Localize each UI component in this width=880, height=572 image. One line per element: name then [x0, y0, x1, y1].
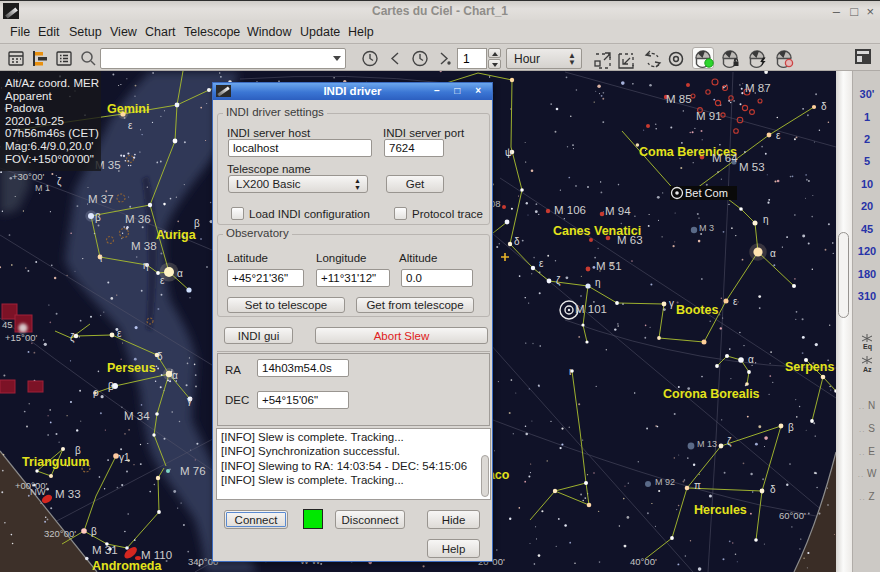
svg-text:M 94: M 94: [605, 205, 631, 217]
svg-text:Eq: Eq: [863, 343, 872, 351]
svg-text:ζ: ζ: [70, 332, 75, 344]
svg-text:M 51: M 51: [596, 260, 622, 272]
svg-text:M 13: M 13: [697, 439, 717, 449]
svg-text:β: β: [108, 381, 114, 392]
svg-text:Serpens: Serpens: [785, 360, 834, 374]
svg-text:δ: δ: [514, 236, 520, 247]
svg-text:Corona Borealis: Corona Borealis: [663, 387, 760, 401]
svg-text:α: α: [748, 354, 754, 365]
svg-text:γ1: γ1: [119, 452, 130, 463]
svg-text:ε: ε: [117, 328, 122, 339]
svg-text:β: β: [788, 422, 794, 433]
svg-text:M 91: M 91: [696, 110, 722, 122]
svg-text:Az: Az: [863, 366, 872, 373]
svg-text:M 53: M 53: [739, 161, 765, 173]
svg-text:M 76: M 76: [180, 465, 206, 477]
svg-text:α: α: [177, 268, 183, 279]
svg-text:β: β: [194, 218, 200, 229]
svg-text:Perseus: Perseus: [107, 361, 156, 375]
svg-text:η: η: [763, 214, 769, 225]
svg-text:M 36: M 36: [125, 213, 151, 225]
svg-text:α: α: [172, 370, 178, 381]
svg-text:ι: ι: [100, 253, 102, 264]
svg-text:M 31: M 31: [92, 544, 118, 556]
svg-text:Mag:6.4/9.0,20.0': Mag:6.4/9.0,20.0': [5, 140, 94, 152]
svg-text:Gemini: Gemini: [107, 102, 149, 116]
svg-text:M 87: M 87: [745, 82, 771, 94]
svg-text:Hercules: Hercules: [694, 503, 747, 517]
svg-text:β: β: [91, 526, 97, 537]
svg-text:+15°00': +15°00': [5, 332, 37, 343]
svg-text:M 106: M 106: [554, 204, 586, 216]
svg-text:ρ: ρ: [93, 387, 99, 398]
svg-text:M 101: M 101: [575, 303, 607, 315]
svg-text:ε: ε: [160, 275, 165, 286]
svg-text:Padova: Padova: [5, 102, 45, 114]
svg-text:M 1: M 1: [35, 183, 50, 193]
svg-text:η: η: [595, 277, 601, 288]
svg-text:Auriga: Auriga: [156, 228, 197, 242]
svg-text:07h56m46s (CET): 07h56m46s (CET): [5, 127, 99, 139]
svg-text:γ: γ: [187, 395, 192, 406]
svg-text:Apparent: Apparent: [5, 90, 52, 102]
svg-text:M 33: M 33: [55, 488, 81, 500]
svg-text:ψ: ψ: [505, 147, 512, 158]
svg-text:γ: γ: [669, 298, 674, 309]
svg-text:60°00': 60°00': [779, 510, 806, 521]
svg-text:ζ: ζ: [556, 275, 561, 287]
svg-text:ε: ε: [733, 296, 738, 307]
svg-text:β: β: [95, 212, 101, 223]
svg-text:FOV:+150°00'00": FOV:+150°00'00": [5, 153, 94, 165]
svg-text:δ: δ: [770, 484, 776, 495]
svg-text:320°00': 320°00': [44, 528, 76, 539]
svg-text:2020-10-25: 2020-10-25: [5, 115, 64, 127]
svg-text:M 85: M 85: [666, 93, 692, 105]
svg-text:η: η: [143, 260, 149, 271]
svg-text:ι: ι: [569, 366, 571, 377]
svg-text:ζ: ζ: [727, 436, 732, 448]
svg-text:π: π: [694, 480, 701, 491]
svg-text:M 64: M 64: [712, 152, 738, 164]
svg-text:+30°00': +30°00': [12, 171, 44, 182]
svg-text:M 63: M 63: [617, 234, 643, 246]
svg-text:Bet Com: Bet Com: [685, 187, 728, 199]
svg-text:ε: ε: [128, 120, 133, 131]
svg-text:M 38: M 38: [131, 240, 157, 252]
svg-text:Bootes: Bootes: [676, 303, 718, 317]
svg-text:M 34: M 34: [124, 410, 150, 422]
svg-text:M 110: M 110: [141, 549, 172, 561]
svg-text:α: α: [770, 248, 776, 259]
svg-text:ε: ε: [539, 258, 544, 269]
svg-text:40°00': 40°00': [630, 556, 657, 567]
svg-text:45: 45: [2, 319, 13, 330]
svg-text:Triangulum: Triangulum: [22, 455, 89, 469]
svg-text:δ: δ: [821, 101, 827, 112]
svg-text:ζ: ζ: [57, 176, 62, 188]
svg-text:δ: δ: [157, 351, 163, 362]
svg-text:M 3: M 3: [699, 223, 714, 233]
svg-text:Alt/Az coord. MER: Alt/Az coord. MER: [5, 77, 99, 89]
svg-text:M 92: M 92: [655, 477, 675, 487]
svg-text:β: β: [75, 445, 81, 456]
svg-text:M 37: M 37: [88, 193, 114, 205]
svg-text:ε: ε: [776, 130, 781, 141]
svg-text:NW: NW: [30, 486, 46, 497]
